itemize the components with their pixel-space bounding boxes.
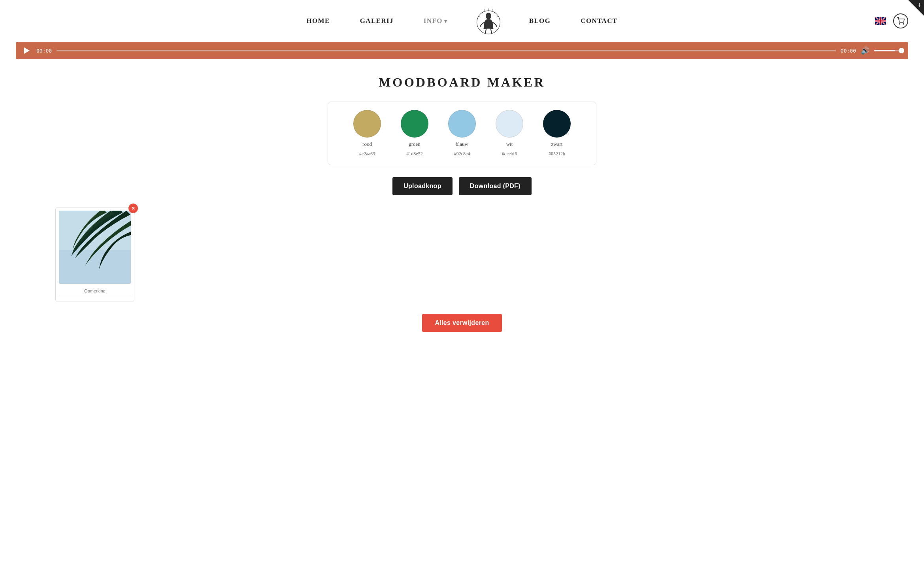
color-item-groen: groen #1d8e52 [401, 110, 428, 157]
nav-blog[interactable]: BLOG [514, 17, 566, 25]
moodboard-grid: × [16, 207, 908, 302]
audio-player: 00:00 00:00 🔊 [16, 42, 908, 59]
color-circle-rood[interactable] [353, 110, 381, 138]
nav-info[interactable]: INFO [409, 17, 463, 25]
color-name-zwart: zwart [551, 141, 563, 148]
color-hex-groen: #1d8e52 [406, 151, 422, 157]
play-button[interactable] [22, 46, 32, 55]
svg-point-10 [899, 24, 900, 25]
volume-icon: 🔊 [861, 46, 869, 55]
svg-line-1 [492, 9, 492, 12]
volume-thumb [899, 48, 904, 53]
corner-plus-icon: + [918, 2, 922, 9]
color-circle-groen[interactable] [401, 110, 428, 138]
language-flag[interactable] [875, 17, 886, 25]
navigation: HOME GALERIJ INFO [0, 0, 924, 42]
color-name-rood: rood [362, 141, 372, 148]
image-card: × [55, 207, 134, 302]
action-buttons: Uploadknop Download (PDF) [392, 177, 532, 195]
svg-point-11 [903, 24, 904, 25]
color-palette: rood #c2aa63 groen #1d8e52 blauw #92c8e4… [328, 102, 596, 165]
color-name-blauw: blauw [456, 141, 468, 148]
remove-image-button[interactable]: × [128, 204, 138, 213]
color-item-wit: wit #dcebf6 [496, 110, 523, 157]
main-content: MOODBOARD MAKER rood #c2aa63 groen #1d8e… [0, 67, 924, 340]
color-circle-blauw[interactable] [448, 110, 476, 138]
color-hex-rood: #c2aa63 [359, 151, 375, 157]
download-button[interactable]: Download (PDF) [459, 177, 532, 195]
site-logo[interactable] [463, 7, 514, 35]
volume-slider[interactable] [874, 50, 902, 51]
color-hex-wit: #dcebf6 [502, 151, 517, 157]
play-icon [24, 47, 30, 54]
audio-progress-bar[interactable] [57, 50, 836, 51]
svg-point-7 [486, 13, 491, 19]
svg-line-4 [484, 9, 485, 12]
card-note[interactable] [59, 287, 131, 295]
time-current: 00:00 [36, 48, 52, 54]
color-name-wit: wit [506, 141, 513, 148]
nav-galerij[interactable]: GALERIJ [345, 17, 409, 25]
color-hex-zwart: #05212b [549, 151, 565, 157]
color-circle-wit[interactable] [496, 110, 523, 138]
page-title: MOODBOARD MAKER [379, 75, 545, 90]
cart-button[interactable] [893, 13, 908, 28]
upload-button[interactable]: Uploadknop [392, 177, 453, 195]
nav-home[interactable]: HOME [291, 17, 345, 25]
card-note-input[interactable] [59, 289, 131, 293]
nav-contact[interactable]: CONTACT [566, 17, 632, 25]
card-image [59, 211, 131, 284]
remove-all-button[interactable]: Alles verwijderen [422, 314, 502, 332]
volume-fill [874, 50, 895, 51]
color-hex-blauw: #92c8e4 [454, 151, 470, 157]
color-item-rood: rood #c2aa63 [353, 110, 381, 157]
color-item-zwart: zwart #05212b [543, 110, 571, 157]
time-total: 00:00 [841, 48, 856, 54]
color-circle-zwart[interactable] [543, 110, 571, 138]
color-item-blauw: blauw #92c8e4 [448, 110, 476, 157]
color-name-groen: groen [409, 141, 421, 148]
